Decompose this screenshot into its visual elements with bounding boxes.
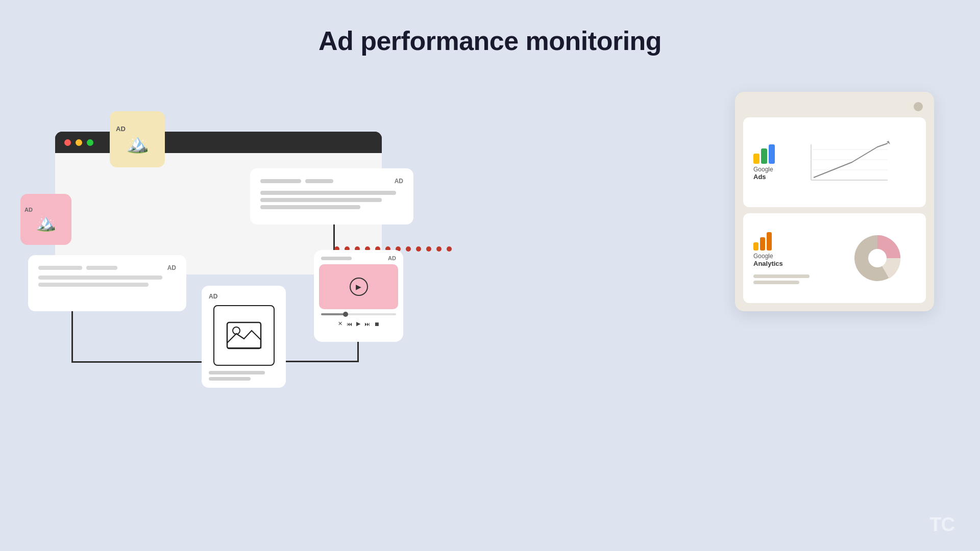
video-controls: ✕ ⏮ ▶ ⏭ ⏹	[319, 319, 398, 328]
browser-titlebar	[55, 132, 382, 153]
ad-label-text-center: AD	[395, 178, 403, 185]
google-ads-logo-google: Google	[753, 166, 773, 173]
ad-text-left-header: AD	[38, 264, 176, 271]
ad-label-top: AD	[116, 125, 126, 133]
ad-label-square: AD	[209, 293, 217, 300]
square-image-box	[213, 305, 275, 366]
video-thumbnail: ▶	[319, 264, 398, 309]
analytics-logo-analytics: Analytics	[753, 260, 783, 267]
svg-rect-3	[761, 148, 767, 164]
google-analytics-logo: Google Analytics	[753, 232, 830, 267]
ad-video: AD ▶ ✕ ⏮ ▶ ⏭ ⏹	[314, 250, 403, 342]
connector-video-bottom	[357, 339, 359, 362]
ad-square-lines	[209, 371, 279, 381]
ad-square-header: AD	[209, 293, 279, 300]
ad-label-video: AD	[388, 255, 396, 261]
video-next-icon: ⏭	[364, 321, 370, 327]
dot-8	[406, 246, 411, 252]
tc-watermark: TC	[929, 514, 954, 536]
svg-rect-11	[753, 242, 758, 251]
video-progress	[321, 313, 396, 315]
image-icon-pink: 🏔️	[36, 213, 56, 232]
ads-chart	[783, 139, 916, 185]
analytics-logo-google: Google	[753, 253, 783, 260]
browser-dot-green	[87, 139, 93, 146]
analytics-pie-chart	[839, 230, 916, 286]
svg-rect-12	[760, 237, 765, 251]
dot-12	[447, 246, 452, 252]
image-icon-top: 🏔️	[126, 133, 149, 154]
video-progress-fill	[321, 313, 344, 315]
ad-video-header: AD	[319, 255, 398, 261]
google-ads-logo-icon	[753, 144, 775, 164]
video-title-line	[321, 257, 352, 260]
video-prev-icon: ⏮	[347, 321, 352, 327]
analytics-card-left: Google Analytics	[753, 232, 830, 284]
panel-dot	[914, 102, 923, 111]
analytics-panel: Google Ads	[735, 92, 934, 311]
page-title: Ad performance monitoring	[0, 0, 980, 56]
google-ads-logo-ads: Ads	[753, 173, 773, 181]
text-lines-center-top	[260, 179, 333, 183]
svg-rect-4	[769, 144, 775, 164]
video-play-icon: ▶	[356, 320, 360, 327]
ad-text-center: AD	[250, 168, 413, 224]
svg-rect-13	[767, 232, 772, 251]
google-analytics-card: Google Analytics	[743, 213, 926, 303]
ad-text-left: AD	[28, 255, 186, 311]
dot-9	[416, 246, 421, 252]
dot-11	[436, 246, 442, 252]
ad-image-square: AD	[202, 286, 286, 388]
ad-image-top: AD 🏔️	[110, 111, 165, 167]
ad-image-pink: AD 🏔️	[20, 194, 71, 245]
browser-dot-yellow	[76, 139, 82, 146]
text-lines-left-top	[38, 266, 163, 270]
ad-label-pink: AD	[24, 207, 33, 213]
ad-label-text-left: AD	[167, 264, 176, 271]
dot-10	[426, 246, 431, 252]
svg-point-15	[868, 249, 887, 267]
pie-chart-svg	[849, 230, 905, 286]
video-stop-icon: ⏹	[374, 321, 380, 327]
line-chart-svg	[806, 139, 893, 185]
google-ads-logo: Google Ads	[753, 144, 775, 181]
text-lines-center-body	[260, 191, 403, 209]
svg-rect-2	[753, 154, 760, 164]
google-ads-card: Google Ads	[743, 117, 926, 207]
video-progress-dot	[343, 312, 348, 317]
connector-bottom-horizontal	[71, 361, 209, 363]
google-analytics-logo-icon	[753, 232, 772, 251]
analytics-logo-text: Google Analytics	[753, 253, 783, 267]
browser-dot-red	[64, 139, 71, 146]
landscape-icon	[226, 321, 262, 349]
ad-text-center-header: AD	[260, 178, 403, 185]
analytics-bottom-lines	[753, 274, 830, 284]
panel-topbar	[743, 100, 926, 111]
text-lines-left-body	[38, 276, 176, 287]
google-ads-logo-text: Google Ads	[753, 166, 773, 181]
play-button: ▶	[350, 278, 368, 296]
video-close-icon: ✕	[338, 320, 342, 327]
